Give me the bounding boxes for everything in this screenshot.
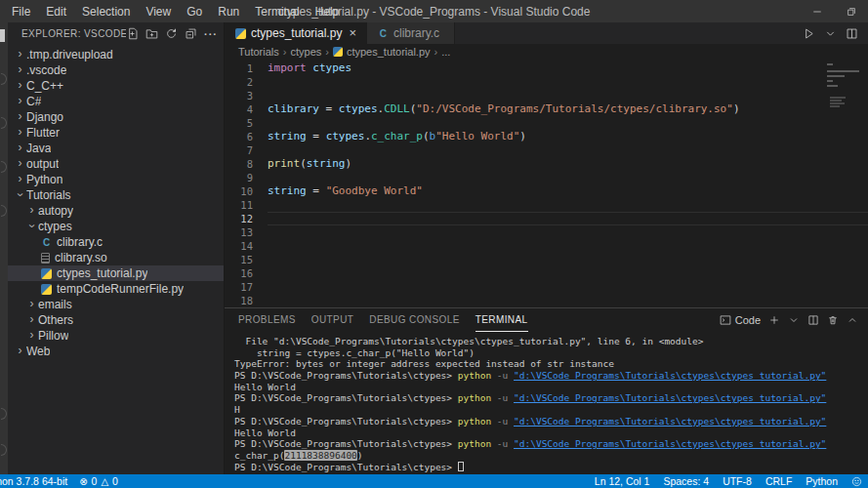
terminal-line: PS D:\VSCode_Programs\Tutorials\ctypes> …	[234, 392, 868, 404]
restore-button[interactable]	[834, 0, 868, 22]
run-file-button[interactable]	[803, 27, 815, 40]
encoding[interactable]: UTF-8	[723, 475, 752, 487]
refresh-icon[interactable]	[165, 27, 178, 40]
code-line-7[interactable]: 7	[225, 143, 868, 157]
breadcrumb-item[interactable]: ctypes_tutorial.py	[347, 46, 431, 58]
panel-tab-terminal[interactable]: TERMINAL	[475, 308, 528, 332]
breadcrumb-item[interactable]: Tutorials	[238, 46, 279, 58]
tree-item-clibrary.so[interactable]: clibrary.so	[8, 250, 224, 265]
code-line-15[interactable]: 15	[225, 253, 868, 266]
tree-item-C#[interactable]: ›C#	[8, 94, 224, 109]
menu-item-go[interactable]: Go	[179, 0, 210, 22]
tree-item-.tmp.driveupload[interactable]: ›.tmp.driveupload	[8, 47, 224, 62]
tree-item-Flutter[interactable]: ›Flutter	[8, 125, 224, 141]
code-line-14[interactable]: 14	[225, 239, 868, 253]
split-editor-button[interactable]	[846, 27, 858, 40]
indentation[interactable]: Spaces: 4	[663, 475, 709, 487]
code-token: =	[307, 130, 326, 142]
terminal[interactable]: File "d:\VSCode_Programs\Tutorials\ctype…	[225, 332, 868, 474]
tree-item-emails[interactable]: ›emails	[8, 297, 224, 312]
tree-item-label: output	[26, 157, 59, 171]
tree-item-Others[interactable]: ›Others	[8, 312, 224, 328]
line-number: 1	[225, 61, 268, 75]
run-view-icon	[1, 161, 7, 173]
eol-sequence[interactable]: CRLF	[765, 475, 792, 487]
code-line-2[interactable]: 2	[225, 75, 868, 89]
chevron-down-icon[interactable]	[824, 27, 837, 40]
line-content: string = ctypes.c_char_p(b"Hello World")	[268, 130, 868, 143]
code-line-13[interactable]: 13	[225, 225, 868, 239]
code-line-18[interactable]: 18	[225, 294, 868, 307]
tree-item-tempCodeRunnerFile.py[interactable]: tempCodeRunnerFile.py	[8, 281, 224, 297]
collapse-folders-button[interactable]	[185, 27, 197, 40]
code-line-4[interactable]: 4clibrary = ctypes.CDLL("D:/VSCode_Progr…	[225, 102, 868, 116]
minimap-line	[827, 80, 833, 82]
menu-item-selection[interactable]: Selection	[74, 0, 138, 22]
tab-ctypes_tutorial.py[interactable]: ctypes_tutorial.py×	[225, 22, 367, 44]
new-folder-button[interactable]	[145, 27, 158, 40]
panel-tab-output[interactable]: OUTPUT	[311, 308, 354, 332]
tree-item-Python[interactable]: ›Python	[8, 172, 224, 187]
feedback-smiley-icon[interactable]	[851, 476, 862, 487]
cursor-position[interactable]: Ln 12, Col 1	[595, 475, 650, 487]
minimap[interactable]	[824, 61, 865, 179]
menu-item-file[interactable]: File	[4, 0, 38, 22]
tree-item-.vscode[interactable]: ›.vscode	[8, 62, 224, 78]
code-editor[interactable]: 1import ctypes234clibrary = ctypes.CDLL(…	[225, 60, 868, 307]
code-line-9[interactable]: 9	[225, 171, 868, 184]
minimize-button[interactable]	[800, 0, 834, 22]
code-line-11[interactable]: 11	[225, 198, 868, 212]
menu-item-terminal[interactable]: Terminal	[247, 0, 307, 22]
panel-tab-problems[interactable]: PROBLEMS	[238, 308, 296, 332]
tree-item-autopy[interactable]: ›autopy	[8, 203, 224, 219]
python-interpreter[interactable]: Python 3.7.8 64-bit	[0, 475, 67, 487]
code-line-6[interactable]: 6string = ctypes.c_char_p(b"Hello World"…	[225, 130, 868, 143]
tree-item-ctypes_tutorial.py[interactable]: ctypes_tutorial.py	[8, 265, 224, 281]
tree-item-Web[interactable]: ›Web	[8, 344, 224, 359]
panel-tab-debug-console[interactable]: DEBUG CONSOLE	[369, 308, 459, 332]
menu-item-edit[interactable]: Edit	[38, 0, 74, 22]
code-line-16[interactable]: 16	[225, 266, 868, 280]
new-terminal-button[interactable]	[768, 314, 780, 326]
code-line-8[interactable]: 8print(string)	[225, 157, 868, 171]
tab-clibrary.c[interactable]: Cclibrary.c	[367, 22, 455, 44]
terminal-text: PS D:\VSCode_Programs\Tutorials\ctypes>	[234, 462, 458, 472]
maximize-panel-button[interactable]	[847, 314, 858, 326]
code-line-5[interactable]: 5	[225, 116, 868, 130]
chevron-down-icon[interactable]	[788, 314, 800, 326]
errors-icon: ⊗	[79, 476, 87, 487]
tree-item-Django[interactable]: ›Django	[8, 109, 224, 125]
tree-item-Java[interactable]: ›Java	[8, 141, 224, 156]
more-actions-button[interactable]: ···	[204, 29, 218, 39]
line-number: 11	[225, 198, 268, 212]
menu-item-help[interactable]: Help	[308, 0, 348, 22]
code-token: ctypes	[339, 102, 378, 115]
terminal-text: TypeError: bytes or integer address expe…	[234, 358, 614, 369]
menu-item-run[interactable]: Run	[210, 0, 247, 22]
language-mode[interactable]: Python	[806, 475, 838, 487]
tree-item-Tutorials[interactable]: ›Tutorials	[8, 187, 224, 203]
code-line-10[interactable]: 10string = "Goodbye World"	[225, 184, 868, 198]
tree-item-C_C++[interactable]: ›C_C++	[8, 78, 224, 94]
code-token: )	[519, 130, 526, 142]
tree-item-output[interactable]: ›output	[8, 156, 224, 172]
menu-item-view[interactable]: View	[138, 0, 179, 22]
close-icon[interactable]: ×	[348, 27, 357, 39]
terminal-shell-picker[interactable]: Code	[720, 314, 761, 326]
breadcrumb-item[interactable]: ctypes	[290, 46, 321, 58]
code-line-17[interactable]: 17	[225, 280, 868, 294]
code-line-12[interactable]: 12	[225, 212, 868, 225]
tree-item-clibrary.c[interactable]: Cclibrary.c	[8, 234, 224, 250]
split-terminal-button[interactable]	[807, 314, 819, 326]
problems-indicator[interactable]: ⊗ 0 △ 0	[79, 475, 118, 487]
kill-terminal-button[interactable]	[827, 314, 839, 326]
new-file-button[interactable]	[126, 27, 139, 40]
chevron-right-icon: ›	[14, 63, 26, 76]
activity-bar[interactable]	[0, 22, 8, 474]
code-line-1[interactable]: 1import ctypes	[225, 61, 868, 75]
breadcrumb-item[interactable]: ...	[441, 46, 450, 58]
code-line-3[interactable]: 3	[225, 89, 868, 102]
tree-item-ctypes[interactable]: ›ctypes	[8, 219, 224, 234]
tree-item-Pillow[interactable]: ›Pillow	[8, 328, 224, 344]
chevron-right-icon: ›	[14, 126, 26, 139]
